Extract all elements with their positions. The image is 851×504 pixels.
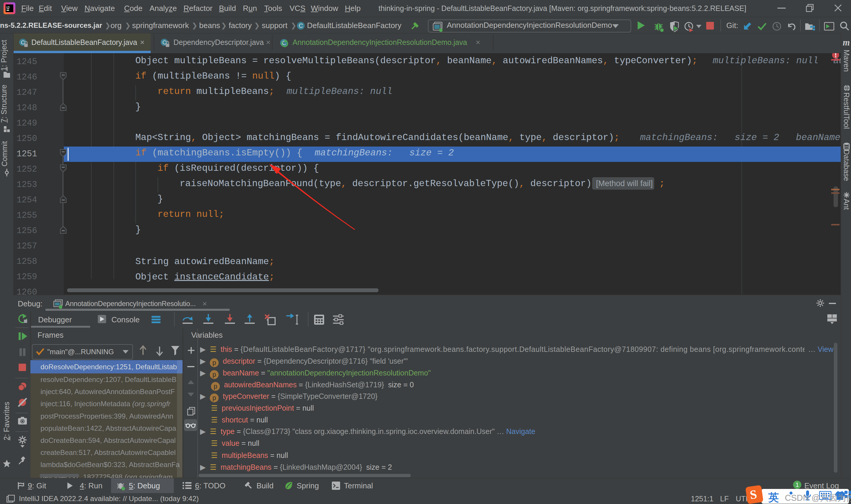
svg-text:IJ: IJ: [6, 6, 10, 10]
svg-text:C: C: [299, 22, 303, 29]
